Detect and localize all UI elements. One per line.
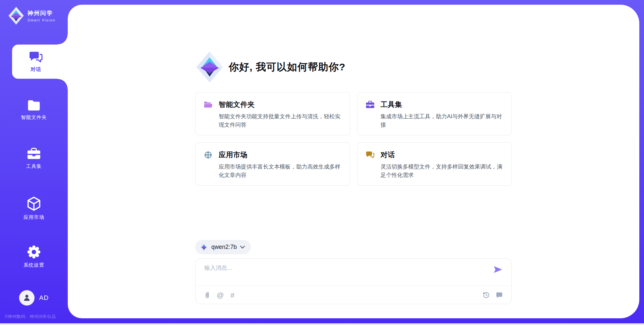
sidebar-item-chat[interactable]: 对话: [12, 45, 68, 79]
sidebar-item-tools[interactable]: 工具集: [0, 147, 68, 170]
tab-curve-top: [58, 35, 68, 45]
main-panel: 你好, 我可以如何帮助你? 智能文件夹 智能文件夹功能支持批量文件上传与清洗，轻…: [68, 5, 639, 318]
card-description: 灵活切换多模型文件，支持多样回复效果调试，满足个性化需求: [381, 162, 504, 179]
briefcase-icon: [27, 147, 41, 160]
brand-name: 神州问学: [28, 9, 55, 17]
card-toolset[interactable]: 工具集 集成市场上主流工具，助力AI与外界无缝扩展与对接: [357, 92, 512, 135]
chat-bubbles-icon: [29, 51, 43, 64]
app-grid-icon: [204, 151, 213, 159]
diamond-logo-icon: [195, 51, 224, 83]
cube-icon: [27, 196, 41, 211]
card-title: 应用市场: [219, 150, 248, 159]
sidebar-item-folders[interactable]: 智能文件夹: [0, 99, 68, 121]
card-smart-folders[interactable]: 智能文件夹 智能文件夹功能支持批量文件上传与清洗，轻松实现文件问答: [195, 92, 350, 135]
chevron-down-icon: [240, 246, 245, 249]
message-composer: @ #: [195, 258, 512, 304]
diamond-logo-icon: [200, 243, 208, 252]
send-icon: [493, 265, 503, 274]
greeting-text: 你好, 我可以如何帮助你?: [229, 60, 345, 74]
card-title: 工具集: [381, 100, 402, 109]
card-app-market[interactable]: 应用市场 应用市场提供丰富长文本模板，助力高效生成多样化文章内容: [195, 142, 350, 186]
send-button[interactable]: [493, 265, 503, 275]
feature-cards: 智能文件夹 智能文件夹功能支持批量文件上传与清洗，轻松实现文件问答 工具集 集成…: [195, 92, 512, 186]
avatar: [19, 290, 35, 306]
card-description: 智能文件夹功能支持批量文件上传与清洗，轻松实现文件问答: [219, 112, 342, 129]
folder-open-icon: [204, 101, 213, 109]
card-description: 集成市场上主流工具，助力AI与外界无缝扩展与对接: [381, 112, 504, 129]
diamond-logo-icon: [8, 7, 24, 25]
conversation-button[interactable]: [496, 291, 503, 299]
model-selector[interactable]: qwen2:7b: [195, 240, 251, 254]
chat-bubbles-icon: [366, 151, 375, 159]
folder-icon: [27, 99, 41, 111]
message-input[interactable]: [204, 264, 488, 283]
brand: 神州问学 Smart Vision: [8, 7, 55, 25]
sidebar-item-label: 系统设置: [23, 262, 44, 268]
attach-button[interactable]: [204, 291, 210, 299]
bottom-edge: [0, 323, 644, 325]
paperclip-icon: [204, 291, 210, 299]
greeting: 你好, 我可以如何帮助你?: [195, 51, 512, 83]
user-profile[interactable]: AD: [0, 290, 68, 306]
briefcase-icon: [366, 101, 375, 109]
sidebar: 神州问学 Smart Vision 对话 智能文件夹 工具集 应用市场: [0, 0, 68, 325]
sidebar-item-market[interactable]: 应用市场: [0, 196, 68, 220]
user-name: AD: [39, 294, 49, 302]
card-chat[interactable]: 对话 灵活切换多模型文件，支持多样回复效果调试，满足个性化需求: [357, 142, 512, 186]
sidebar-item-label: 智能文件夹: [21, 114, 47, 121]
brand-subtitle: Smart Vision: [28, 18, 55, 22]
model-name: qwen2:7b: [211, 244, 237, 251]
gear-icon: [27, 245, 41, 259]
at-icon[interactable]: @: [217, 291, 224, 299]
sidebar-item-label: 对话: [31, 66, 41, 73]
sidebar-item-label: 工具集: [26, 163, 42, 170]
sidebar-item-label: 应用市场: [23, 214, 44, 220]
person-icon: [22, 294, 31, 302]
card-title: 智能文件夹: [219, 100, 255, 109]
card-description: 应用市场提供丰富长文本模板，助力高效生成多样化文章内容: [219, 162, 342, 179]
hash-icon[interactable]: #: [230, 291, 234, 299]
chat-bubble-icon: [496, 291, 503, 299]
history-button[interactable]: [483, 291, 490, 299]
history-icon: [483, 291, 490, 299]
card-title: 对话: [381, 150, 395, 159]
sidebar-item-settings[interactable]: 系统设置: [0, 245, 68, 268]
tab-curve-bottom: [58, 79, 68, 89]
copyright-footer: ©神州数码 · 神州问学出品: [5, 314, 56, 320]
